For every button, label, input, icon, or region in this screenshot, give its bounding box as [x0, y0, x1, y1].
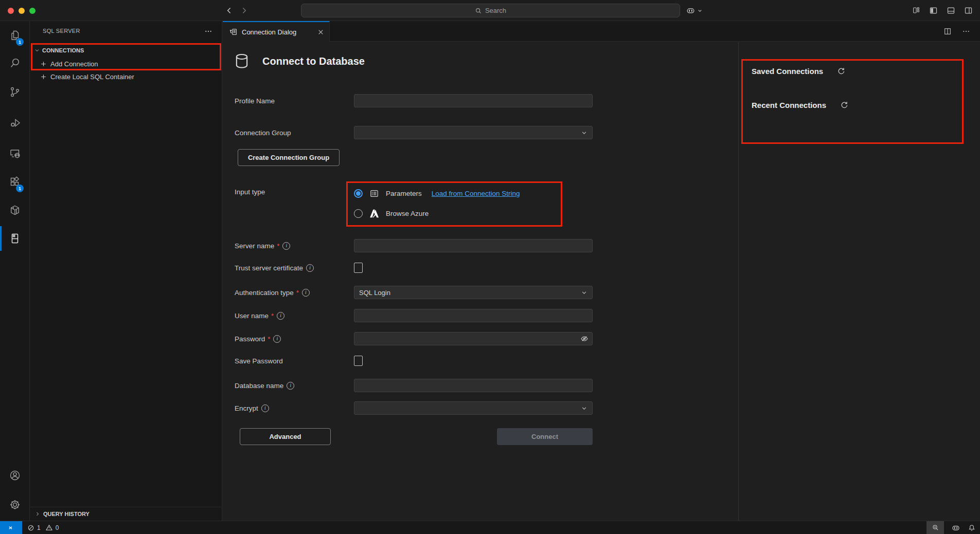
server-name-label: Server name: [235, 242, 274, 250]
parameters-label: Parameters: [386, 190, 422, 197]
password-input[interactable]: [354, 332, 593, 345]
connections-side-panel: Saved Connections Recent Connections: [739, 42, 980, 521]
saved-connections-section: Saved Connections: [752, 66, 846, 76]
form-row-server-name: Server name * i: [235, 238, 593, 253]
source-control-icon[interactable]: [9, 86, 21, 98]
search-icon: [475, 7, 482, 14]
form-row-save-password: Save Password: [235, 354, 363, 368]
info-icon: i: [273, 335, 281, 343]
connection-group-select[interactable]: [354, 126, 593, 139]
input-type-option-browse-azure: Browse Azure: [354, 206, 429, 220]
close-window-button[interactable]: [8, 8, 14, 14]
more-actions-icon[interactable]: [962, 27, 970, 35]
required-marker: *: [277, 242, 279, 250]
connection-group-label: Connection Group: [235, 129, 291, 137]
parameters-form-icon: [369, 189, 379, 198]
database-name-input[interactable]: [354, 379, 593, 392]
problems-indicator[interactable]: 1 0: [27, 521, 59, 534]
required-marker: *: [271, 312, 274, 320]
page-title: Connect to Database: [262, 56, 365, 67]
tab-connection-dialog[interactable]: Connection Dialog: [223, 21, 330, 42]
connection-form: Connect to Database Profile Name Connect…: [223, 42, 738, 521]
minimize-window-button[interactable]: [19, 8, 25, 14]
user-name-label: User name: [235, 312, 269, 320]
advanced-button[interactable]: Advanced: [240, 428, 331, 445]
profile-name-label: Profile Name: [235, 97, 275, 105]
copilot-status-icon[interactable]: [951, 523, 960, 532]
trust-server-certificate-label: Trust server certificate: [235, 264, 303, 272]
profile-name-input[interactable]: [354, 94, 593, 107]
containers-icon[interactable]: [9, 204, 21, 216]
zoom-status-icon[interactable]: [926, 521, 944, 534]
settings-gear-icon[interactable]: [9, 499, 21, 511]
refresh-icon[interactable]: [840, 100, 849, 109]
parameters-radio[interactable]: [354, 189, 363, 198]
copilot-icon[interactable]: [686, 6, 696, 15]
plus-icon: [40, 61, 47, 67]
sidebar-item-add-connection[interactable]: Add Connection: [30, 58, 222, 70]
forward-icon[interactable]: [240, 6, 248, 15]
sidebar-item-create-local-sql-container[interactable]: Create Local SQL Container: [30, 70, 222, 83]
browse-azure-radio[interactable]: [354, 209, 363, 218]
query-history-label: QUERY HISTORY: [43, 511, 90, 517]
form-row-authentication-type: Authentication type * i SQL Login: [235, 285, 593, 300]
remote-indicator[interactable]: [0, 521, 22, 534]
notifications-bell-icon[interactable]: [968, 524, 976, 532]
close-icon[interactable]: [317, 29, 324, 35]
chevron-down-icon[interactable]: [697, 8, 703, 13]
info-icon: i: [302, 289, 310, 297]
form-row-input-type: Input type: [235, 185, 354, 199]
add-connection-label: Add Connection: [50, 60, 98, 68]
authentication-type-select[interactable]: SQL Login: [354, 286, 593, 299]
database-icon: [234, 53, 250, 69]
form-row-trust-server-certificate: Trust server certificate i: [235, 261, 363, 275]
refresh-icon[interactable]: [836, 66, 846, 76]
connections-header-label: CONNECTIONS: [42, 47, 84, 53]
remote-explorer-icon[interactable]: [9, 147, 21, 159]
connection-dialog-webview: Connect to Database Profile Name Connect…: [223, 42, 980, 521]
eye-off-icon[interactable]: [580, 334, 589, 343]
toggle-panel-icon[interactable]: [947, 6, 955, 15]
sidebar-title: SQL SERVER: [43, 28, 80, 34]
form-row-encrypt: Encrypt i: [235, 401, 593, 415]
split-editor-icon[interactable]: [943, 27, 952, 35]
create-connection-group-button[interactable]: Create Connection Group: [238, 149, 340, 166]
chevron-down-icon: [34, 47, 40, 53]
form-row-profile-name: Profile Name: [235, 94, 593, 108]
toggle-secondary-sidebar-icon[interactable]: [964, 6, 973, 15]
sidebar-more-actions-icon[interactable]: [204, 27, 212, 35]
status-bar: 1 0: [0, 521, 980, 534]
form-row-connection-group: Connection Group: [235, 125, 593, 140]
search-input[interactable]: Search: [301, 4, 680, 17]
database-name-label: Database name: [235, 382, 283, 390]
user-name-input[interactable]: [354, 309, 593, 322]
form-row-user-name: User name * i: [235, 308, 593, 323]
encrypt-label: Encrypt: [235, 404, 258, 412]
query-history-section-header[interactable]: QUERY HISTORY: [30, 507, 222, 521]
connections-section-header[interactable]: CONNECTIONS: [30, 44, 222, 56]
save-password-checkbox[interactable]: [354, 356, 363, 366]
connect-button[interactable]: Connect: [497, 428, 593, 445]
back-icon[interactable]: [225, 6, 234, 15]
run-debug-icon[interactable]: [9, 117, 21, 129]
trust-server-certificate-checkbox[interactable]: [354, 263, 363, 273]
authentication-type-label: Authentication type: [235, 289, 294, 297]
search-view-icon[interactable]: [9, 57, 21, 69]
encrypt-select[interactable]: [354, 401, 593, 415]
sql-server-view-icon[interactable]: [9, 232, 21, 245]
plus-icon: [40, 73, 47, 80]
azure-icon: [369, 209, 379, 218]
warning-count: 0: [56, 524, 59, 531]
customize-layout-icon[interactable]: [912, 6, 920, 14]
load-from-connection-string-link[interactable]: Load from Connection String: [432, 190, 520, 197]
info-icon: i: [287, 382, 294, 390]
extensions-badge: 1: [16, 185, 24, 192]
info-icon: i: [277, 312, 284, 320]
server-name-input[interactable]: [354, 239, 593, 252]
sidebar-sql-server: SQL SERVER CONNECTIONS Add Connection Cr…: [30, 21, 222, 521]
input-type-option-parameters: Parameters Load from Connection String: [354, 186, 520, 200]
accounts-icon[interactable]: [9, 469, 21, 482]
zoom-window-button[interactable]: [29, 8, 35, 14]
info-icon: i: [282, 242, 290, 250]
toggle-primary-sidebar-icon[interactable]: [929, 6, 938, 15]
